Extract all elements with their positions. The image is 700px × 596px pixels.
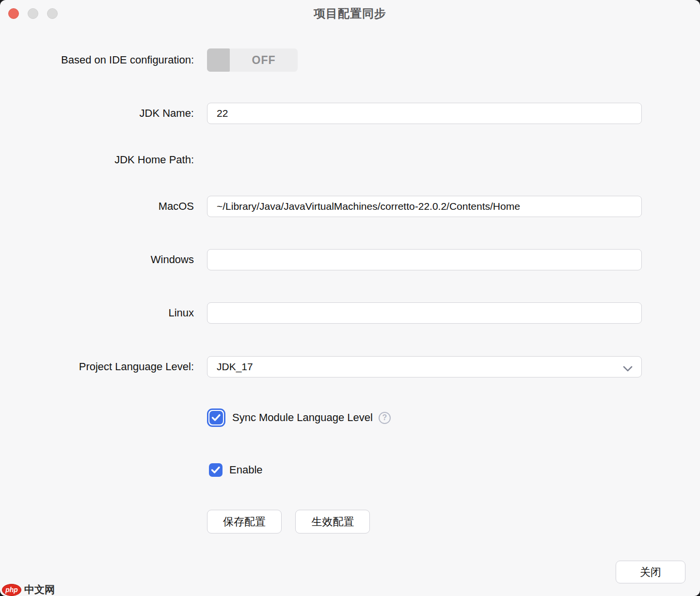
row-macos-path: MacOS <box>0 196 700 217</box>
help-icon[interactable]: ? <box>379 412 391 424</box>
row-enable: Enable <box>0 462 700 478</box>
row-ide-configuration: Based on IDE configuration: OFF <box>0 48 700 72</box>
row-linux-path: Linux <box>0 302 700 324</box>
jdk-name-input[interactable] <box>207 103 642 124</box>
row-actions: 保存配置 生效配置 <box>0 510 700 533</box>
checkmark-icon <box>209 411 223 424</box>
dialog-window: 项目配置同步 Based on IDE configuration: OFF J… <box>0 0 700 596</box>
ide-configuration-label: Based on IDE configuration: <box>0 54 194 66</box>
sync-module-label: Sync Module Language Level <box>232 411 373 424</box>
watermark: php 中文网 <box>2 583 55 596</box>
close-window-button[interactable] <box>8 8 19 19</box>
apply-config-button[interactable]: 生效配置 <box>295 510 370 533</box>
window-title: 项目配置同步 <box>314 6 386 21</box>
checkmark-icon <box>211 466 221 474</box>
sync-module-checkbox[interactable] <box>207 408 225 427</box>
zoom-window-button[interactable] <box>47 8 58 19</box>
row-windows-path: Windows <box>0 249 700 270</box>
jdk-name-label: JDK Name: <box>0 107 194 120</box>
enable-checkbox[interactable] <box>209 463 223 477</box>
row-jdk-name: JDK Name: <box>0 103 700 124</box>
toggle-state-label: OFF <box>230 54 298 67</box>
ide-configuration-toggle[interactable]: OFF <box>207 48 298 72</box>
enable-label: Enable <box>229 464 263 476</box>
language-level-value: JDK_17 <box>217 361 253 373</box>
titlebar: 项目配置同步 <box>0 0 700 27</box>
macos-path-input[interactable] <box>207 196 642 217</box>
language-level-select[interactable]: JDK_17 <box>207 356 642 377</box>
linux-path-input[interactable] <box>207 302 642 324</box>
chevron-down-icon <box>622 363 633 375</box>
minimize-window-button[interactable] <box>28 8 38 19</box>
traffic-lights <box>8 8 58 19</box>
row-sync-module: Sync Module Language Level ? <box>0 408 700 427</box>
row-language-level: Project Language Level: JDK_17 <box>0 356 700 377</box>
linux-label: Linux <box>0 307 194 319</box>
save-config-button[interactable]: 保存配置 <box>207 510 282 533</box>
watermark-text: 中文网 <box>24 583 55 596</box>
row-jdk-home-path: JDK Home Path: <box>0 149 700 171</box>
jdk-home-path-label: JDK Home Path: <box>0 154 194 166</box>
php-logo: php <box>2 584 21 596</box>
macos-label: MacOS <box>0 200 194 213</box>
windows-label: Windows <box>0 253 194 266</box>
toggle-knob <box>207 48 230 72</box>
close-button[interactable]: 关闭 <box>616 561 685 583</box>
language-level-label: Project Language Level: <box>0 361 194 373</box>
windows-path-input[interactable] <box>207 249 642 270</box>
